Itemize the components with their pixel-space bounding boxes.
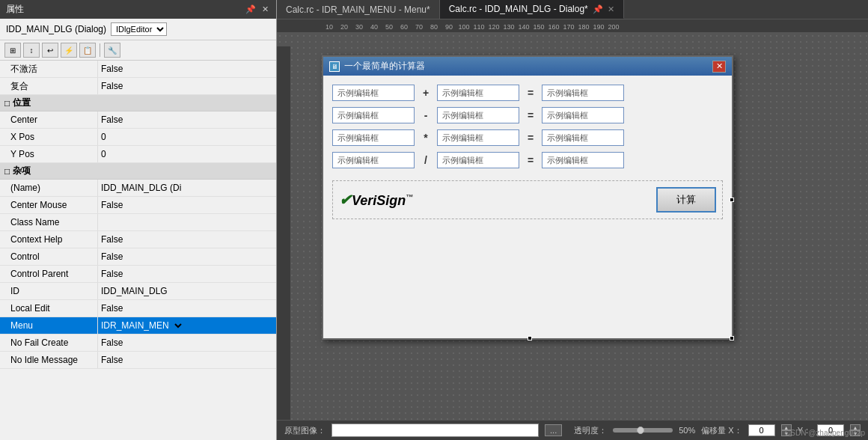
toolbar-btn-4[interactable]: ⚡	[61, 43, 77, 58]
offset-x-label: 偏移量 X：	[701, 425, 742, 436]
prop-value-classname	[97, 214, 276, 230]
prop-key-menu: Menu	[0, 317, 97, 334]
prop-row-name[interactable]: (Name) IDD_MAIN_DLG (Di	[0, 180, 276, 197]
close-button[interactable]: ✕	[260, 4, 270, 14]
calc-row-mul: 示例编辑框 * 示例编辑框 = 示例编辑框	[332, 129, 723, 146]
subtitle-text: IDD_MAIN_DLG (Dialog)	[6, 24, 106, 34]
prop-row-menu[interactable]: Menu IDR_MAIN_MEN ▼	[0, 317, 276, 334]
dialog-close-btn[interactable]: ✕	[712, 61, 726, 73]
prop-key-name: (Name)	[0, 180, 97, 196]
calc-button[interactable]: 计算	[656, 187, 716, 213]
dialog-window[interactable]: 🖥 一个最简单的计算器 ✕ 示例编辑框 + 示例编辑框 = 示例编辑框	[322, 55, 733, 340]
prop-value-control: False	[97, 248, 276, 265]
operator-add: +	[421, 87, 431, 99]
prop-key-centermouse: Center Mouse	[0, 197, 97, 213]
prop-key-controlparent: Control Parent	[0, 266, 97, 282]
pin-button[interactable]: 📌	[244, 4, 257, 14]
operator-mul: *	[421, 132, 431, 144]
category-expand-icon: □	[4, 98, 10, 109]
prop-row-inactive[interactable]: 不激活 False	[0, 61, 276, 78]
prop-row-nofailcreate[interactable]: No Fail Create False	[0, 334, 276, 352]
edit-box-2c[interactable]: 示例编辑框	[542, 107, 624, 123]
equals-1: =	[525, 87, 536, 99]
toolbar-btn-6[interactable]: 🔧	[104, 43, 120, 58]
prototype-btn[interactable]: ...	[545, 424, 562, 436]
prop-row-classname[interactable]: Class Name	[0, 214, 276, 231]
category-position: □ 位置	[0, 95, 276, 111]
percent-label: 50%	[679, 426, 695, 435]
dialog-body: 示例编辑框 + 示例编辑框 = 示例编辑框 示例编辑框 - 示例编辑框 = 示例…	[323, 76, 732, 228]
resize-handle-s[interactable]	[528, 336, 532, 340]
prop-row-noidlemessage[interactable]: No Idle Message False	[0, 352, 276, 369]
prop-row-composite[interactable]: 复合 False	[0, 78, 276, 95]
properties-table: 不激活 False 复合 False □ 位置 Center False X P…	[0, 61, 276, 440]
prop-row-contexthelp[interactable]: Context Help False	[0, 231, 276, 248]
prop-value-inactive: False	[97, 61, 276, 77]
prop-row-xpos[interactable]: X Pos 0	[0, 129, 276, 146]
toolbar-btn-2[interactable]: ↕	[23, 43, 40, 58]
resize-handle-se[interactable]	[730, 336, 734, 340]
prop-key-composite: 复合	[0, 78, 97, 94]
edit-box-3c[interactable]: 示例编辑框	[542, 129, 624, 146]
calc-bottom-row: ✔VeriSign™ 计算	[332, 180, 723, 219]
dialog-icon: 🖥	[329, 61, 340, 72]
prop-value-name: IDD_MAIN_DLG (Di	[97, 180, 276, 196]
prop-value-ypos: 0	[97, 146, 276, 162]
prop-value-composite: False	[97, 78, 276, 94]
prop-row-centermouse[interactable]: Center Mouse False	[0, 197, 276, 214]
prop-value-noidlemessage: False	[97, 352, 276, 368]
prop-row-ypos[interactable]: Y Pos 0	[0, 146, 276, 163]
ruler-top: 10 20 30 40 50 60 70 80 90 100 110 120 1…	[277, 19, 868, 33]
edit-box-1c[interactable]: 示例编辑框	[542, 85, 624, 101]
category-misc: □ 杂项	[0, 163, 276, 179]
design-area[interactable]: 🖥 一个最简单的计算器 ✕ 示例编辑框 + 示例编辑框 = 示例编辑框	[277, 33, 868, 420]
prop-value-nofailcreate: False	[97, 334, 276, 351]
prop-row-control[interactable]: Control False	[0, 248, 276, 266]
operator-sub: -	[421, 109, 431, 121]
editor-select[interactable]: IDlgEditor	[111, 22, 167, 36]
prop-value-contexthelp: False	[97, 231, 276, 248]
prop-value-id: IDD_MAIN_DLG	[97, 283, 276, 299]
editor-bottom-bar: 原型图像： ... 透明度： 50% 偏移量 X： ▲ ▼ Y：	[277, 420, 868, 440]
edit-box-3a[interactable]: 示例编辑框	[332, 129, 415, 146]
prop-key-id: ID	[0, 283, 97, 299]
prop-key-ypos: Y Pos	[0, 146, 97, 162]
ruler-left	[277, 46, 290, 420]
tab-close-icon[interactable]: ✕	[608, 4, 614, 14]
edit-box-4c[interactable]: 示例编辑框	[542, 152, 624, 168]
edit-box-2a[interactable]: 示例编辑框	[332, 107, 415, 123]
tab-dialog[interactable]: Calc.rc - IDD_MAIN_DLG - Dialog* 📌 ✕	[440, 0, 624, 19]
tab-menu[interactable]: Calc.rc - IDR_MAIN_MENU - Menu*	[277, 0, 440, 19]
prop-row-localedit[interactable]: Local Edit False	[0, 300, 276, 317]
edit-box-1b[interactable]: 示例编辑框	[437, 85, 519, 101]
editor-tabs: Calc.rc - IDR_MAIN_MENU - Menu* Calc.rc …	[277, 0, 868, 19]
prop-row-controlparent[interactable]: Control Parent False	[0, 266, 276, 283]
edit-box-4a[interactable]: 示例编辑框	[332, 152, 415, 168]
offset-x-input[interactable]	[748, 424, 775, 436]
resize-handle-e[interactable]	[730, 198, 734, 202]
edit-box-3b[interactable]: 示例编辑框	[437, 129, 519, 146]
prop-key-control: Control	[0, 248, 97, 265]
prop-key-nofailcreate: No Fail Create	[0, 334, 97, 351]
category-position-row: □ 位置	[0, 95, 276, 111]
prototype-input[interactable]	[331, 424, 539, 437]
toolbar-btn-5[interactable]: 📋	[79, 43, 96, 58]
toolbar-btn-3[interactable]: ↩	[42, 43, 58, 58]
edit-box-2b[interactable]: 示例编辑框	[437, 107, 519, 123]
transparency-slider[interactable]	[613, 428, 673, 433]
menu-select[interactable]: ▼	[169, 320, 184, 331]
edit-box-4b[interactable]: 示例编辑框	[437, 152, 519, 168]
watermark: CSDN @zhaopeng01zp	[785, 429, 865, 437]
prototype-row: 原型图像： ...	[284, 424, 562, 437]
prop-row-id[interactable]: ID IDD_MAIN_DLG	[0, 283, 276, 300]
tab-pin-icon[interactable]: 📌	[593, 4, 603, 14]
slider-thumb	[637, 427, 644, 434]
prop-value-center: False	[97, 111, 276, 128]
prop-row-center[interactable]: Center False	[0, 111, 276, 129]
calc-row-add: 示例编辑框 + 示例编辑框 = 示例编辑框	[332, 85, 723, 101]
edit-box-1a[interactable]: 示例编辑框	[332, 85, 415, 101]
toolbar-btn-1[interactable]: ⊞	[4, 43, 21, 58]
panel-titlebar: 属性 📌 ✕	[0, 0, 276, 19]
prop-value-centermouse: False	[97, 197, 276, 213]
prop-value-localedit: False	[97, 300, 276, 317]
